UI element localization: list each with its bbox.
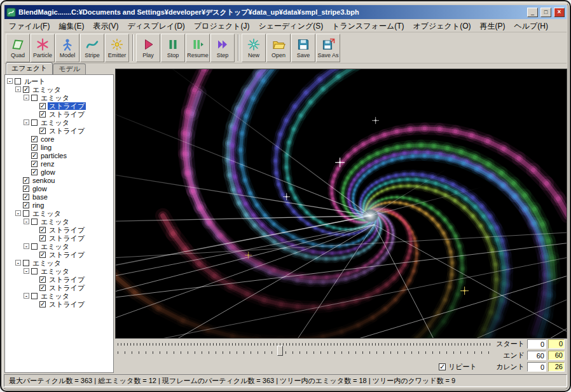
timeline-slider-handle[interactable] — [277, 346, 283, 356]
tree-checkbox[interactable] — [39, 276, 46, 283]
tree-item[interactable]: ストライプ — [6, 126, 113, 135]
tree-checkbox[interactable] — [31, 152, 38, 159]
tree-checkbox[interactable] — [39, 227, 46, 233]
menu-item-object[interactable]: オブジェクト(O) — [408, 20, 475, 33]
menu-item-display[interactable]: ディスプレイ(D) — [123, 20, 189, 33]
tree-item[interactable]: -ルート — [6, 77, 113, 85]
minimize-button[interactable]: _ — [527, 8, 538, 17]
toolbar-button-resume[interactable]: Resume — [186, 34, 210, 62]
tree-checkbox[interactable] — [39, 285, 46, 291]
tree-expander-icon[interactable]: - — [24, 293, 29, 299]
toolbar-button-new[interactable]: New — [242, 34, 266, 62]
toolbar-button-quad[interactable]: Quad — [6, 34, 30, 62]
tree-item[interactable]: renz — [6, 159, 113, 168]
tree-expander-icon[interactable]: - — [15, 210, 21, 216]
toolbar-button-particle[interactable]: Particle — [31, 34, 55, 62]
tree-checkbox[interactable] — [31, 95, 38, 101]
tree-checkbox[interactable] — [31, 136, 38, 142]
menu-item-help[interactable]: ヘルプ(H) — [510, 20, 553, 33]
tree-item[interactable]: -エミッタ — [6, 242, 113, 250]
maximize-button[interactable]: □ — [540, 8, 551, 17]
tree-item[interactable]: ストライプ — [6, 226, 113, 234]
tree-item[interactable]: ストライプ — [6, 102, 113, 110]
toolbar-button-emitter[interactable]: Emitter — [105, 34, 129, 62]
toolbar-button-stop[interactable]: Stop — [161, 34, 185, 62]
menu-item-edit[interactable]: 編集(E) — [54, 20, 88, 33]
tree-checkbox[interactable] — [39, 103, 46, 109]
tree-item[interactable]: ストライプ — [6, 300, 113, 308]
tree-checkbox[interactable] — [23, 86, 29, 93]
toolbar-button-open[interactable]: Open — [266, 34, 291, 62]
tree-checkbox[interactable] — [23, 177, 29, 184]
tree-item[interactable]: ring — [6, 201, 113, 209]
start-input[interactable] — [527, 339, 546, 349]
tree-checkbox[interactable] — [23, 194, 29, 200]
toolbar-button-model[interactable]: Model — [55, 34, 79, 62]
tree-item[interactable]: -エミッタ — [6, 292, 113, 300]
tree-item[interactable]: core — [6, 135, 113, 143]
tree-checkbox[interactable] — [23, 260, 29, 266]
tree-checkbox[interactable] — [31, 293, 38, 299]
menu-item-play[interactable]: 再生(P) — [476, 20, 510, 33]
current-input[interactable] — [527, 362, 546, 372]
tree-checkbox[interactable] — [31, 268, 38, 274]
end-input[interactable] — [527, 351, 546, 360]
tree-expander-icon[interactable]: - — [24, 268, 29, 274]
tree-item[interactable]: senkou — [6, 176, 113, 184]
tree-checkbox[interactable] — [31, 219, 38, 225]
tree-expander-icon[interactable]: - — [24, 243, 29, 249]
menu-item-project[interactable]: プロジェクト(J) — [189, 20, 254, 33]
tree-expander-icon[interactable]: - — [15, 86, 21, 92]
tree-expander-icon[interactable]: - — [24, 219, 29, 224]
timeline[interactable] — [115, 340, 495, 359]
tree-item[interactable]: ストライプ — [6, 250, 113, 259]
tree-checkbox[interactable] — [31, 161, 38, 167]
toolbar-button-save-as[interactable]: Save As — [316, 34, 340, 62]
tree-checkbox[interactable] — [39, 235, 46, 241]
tree-item[interactable]: -エミッタ — [6, 259, 113, 267]
tree-item[interactable]: particles — [6, 151, 113, 159]
toolbar-button-play[interactable]: Play — [136, 34, 160, 62]
tree-checkbox[interactable] — [31, 169, 38, 175]
tree-item[interactable]: ストライプ — [6, 283, 113, 292]
menu-item-file[interactable]: ファイル(F) — [4, 20, 54, 33]
tree-item[interactable]: -エミッタ — [6, 85, 113, 93]
tree-item[interactable]: ストライプ — [6, 110, 113, 118]
menu-item-view[interactable]: 表示(V) — [88, 20, 123, 33]
tree-checkbox[interactable] — [15, 78, 21, 84]
menu-item-shading[interactable]: シェーディング(S) — [254, 20, 328, 33]
tree-checkbox[interactable] — [23, 210, 29, 217]
tree-expander-icon[interactable]: - — [24, 119, 29, 125]
tree-item[interactable]: -エミッタ — [6, 118, 113, 126]
close-button[interactable]: × — [554, 8, 565, 17]
toolbar-button-save[interactable]: Save — [291, 34, 315, 62]
tree-checkbox[interactable] — [39, 252, 46, 258]
tree-checkbox[interactable] — [39, 111, 46, 118]
tree-item[interactable]: glow — [6, 184, 113, 193]
toolbar-button-stripe[interactable]: Stripe — [80, 34, 104, 62]
tab-effect[interactable]: エフェクト — [6, 62, 53, 74]
tree-checkbox[interactable] — [31, 144, 38, 151]
tree-item[interactable]: -エミッタ — [6, 93, 113, 102]
tree-item[interactable]: -エミッタ — [6, 267, 113, 275]
tree-expander-icon[interactable]: - — [15, 260, 21, 266]
tree-item[interactable]: -エミッタ — [6, 209, 113, 217]
tree-expander-icon[interactable]: - — [24, 95, 29, 100]
tree-item[interactable]: ストライプ — [6, 234, 113, 242]
tree-item[interactable]: -エミッタ — [6, 217, 113, 226]
titlebar[interactable]: BlendMagic.......C:¥Documents and Settin… — [4, 5, 567, 19]
repeat-checkbox[interactable] — [439, 363, 446, 370]
menu-item-transform[interactable]: トランスフォーム(T) — [327, 20, 408, 33]
tree-checkbox[interactable] — [39, 128, 46, 134]
tree-expander-icon[interactable]: - — [7, 78, 13, 84]
tree-checkbox[interactable] — [23, 202, 29, 208]
tree-checkbox[interactable] — [31, 119, 38, 126]
tree-item[interactable]: glow — [6, 168, 113, 176]
toolbar-button-step[interactable]: Step — [210, 34, 235, 62]
tree-item[interactable]: ストライプ — [6, 275, 113, 283]
tree-item[interactable]: ling — [6, 143, 113, 151]
tab-model[interactable]: モデル — [53, 64, 86, 74]
tree-item[interactable]: base — [6, 193, 113, 201]
viewport-canvas[interactable] — [116, 69, 567, 338]
tree-checkbox[interactable] — [23, 186, 29, 192]
